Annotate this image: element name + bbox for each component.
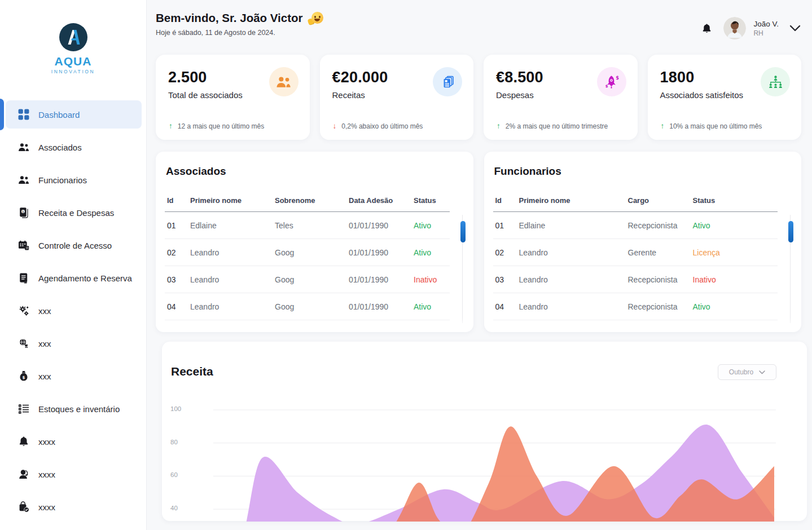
users-icon — [18, 142, 30, 153]
stat-card-total-de-associados: 2.500Total de associados↑12 a mais que n… — [156, 55, 310, 140]
trend-indicator: ↑2% a mais que no último trimestre — [497, 122, 608, 130]
column-header: Status — [693, 196, 778, 205]
sidebar-item-label: xxxx — [38, 437, 55, 447]
cell: Edlaine — [519, 221, 628, 230]
sidebar: AQUA INNOVATION DashboardAssociadosFunci… — [0, 0, 147, 530]
svg-text:$: $ — [22, 210, 24, 213]
sidebar-item-xxxx[interactable]: xxxx — [6, 460, 142, 488]
table-row: 02LeandroGerenteLicença — [493, 239, 778, 266]
sidebar-item-funcionarios[interactable]: Funcionarios — [6, 166, 142, 194]
status-cell: Inativo — [414, 275, 450, 284]
y-axis-tick: 100 — [170, 405, 181, 412]
column-header: Cargo — [628, 196, 693, 205]
cell: 02 — [167, 248, 190, 257]
column-header: Data Adesão — [349, 196, 414, 205]
gears-icon — [18, 305, 30, 316]
user-chip: João V. RH — [701, 17, 801, 39]
current-date: Hoje é sábado, 11 de Agosto de 2024. — [156, 29, 323, 37]
cell: 02 — [495, 248, 519, 257]
user-meta: João V. RH — [753, 20, 779, 37]
cell: 01 — [167, 221, 190, 230]
cell: Recepcionista — [628, 302, 693, 311]
chevron-down-icon[interactable] — [789, 24, 801, 32]
cell: Recepcionista — [628, 221, 693, 230]
period-dropdown[interactable]: Outubro — [718, 364, 776, 380]
sidebar-item-xxxx[interactable]: xxxx — [6, 493, 142, 521]
aqua-logo-icon — [59, 23, 88, 52]
sidebar-item-xxxx[interactable]: xxxx — [6, 427, 142, 456]
sidebar-item-associados[interactable]: Associados — [6, 133, 142, 161]
scrollbar-thumb[interactable] — [460, 221, 466, 242]
cell: Leandro — [190, 248, 275, 257]
chart-body: 100806040 — [162, 394, 807, 522]
notifications-bell-icon[interactable] — [701, 23, 712, 34]
cell: 01/01/1990 — [349, 248, 414, 257]
sidebar-item-xxx[interactable]: xxx — [6, 297, 142, 325]
stat-card-associados-satisfeitos: 1800Associados satisfeitos↑10% a mais qu… — [648, 55, 802, 140]
cell: Goog — [275, 302, 349, 311]
column-header: Status — [414, 196, 450, 205]
cell: Recepcionista — [628, 275, 693, 284]
trend-indicator: ↑10% a mais que no último mês — [661, 122, 762, 130]
cell: 04 — [167, 302, 190, 311]
cell: 01 — [495, 221, 519, 230]
sidebar-item-label: xxx — [38, 339, 51, 348]
stat-card-receitas: €20.000Receitas↓0,2% abaixo do último mê… — [320, 55, 474, 140]
cell: 03 — [495, 275, 519, 284]
waving-emoji: 👋 — [308, 11, 323, 25]
table-row: 04LeandroGoog01/01/1990Ativo — [165, 293, 450, 320]
trend-text: 2% a mais que no último trimestre — [506, 122, 608, 130]
brand-logo: AQUA INNOVATION — [0, 0, 146, 74]
bag-check-icon — [18, 501, 30, 513]
table-associados: IdPrimeiro nomeSobrenomeData AdesãoStatu… — [165, 196, 450, 320]
revenue-chart-panel: Receita Outubro 100806040 — [162, 342, 807, 521]
globe-cart-icon — [18, 338, 30, 349]
sidebar-item-agendamento-e-reserva[interactable]: Agendamento e Reserva — [6, 264, 142, 292]
receipt-money-icon: $ — [18, 207, 30, 218]
arrow-up-icon: ↑ — [497, 122, 501, 130]
scrollbar-thumb[interactable] — [788, 221, 793, 242]
brand-tagline: INNOVATION — [0, 69, 146, 74]
table-row: 01EdlaineRecepcionistaAtivo — [493, 212, 778, 239]
trend-text: 12 a mais que no último mês — [178, 122, 264, 130]
user-avatar[interactable] — [723, 17, 746, 39]
cell: 04 — [495, 302, 519, 311]
table-header-row: IdPrimeiro nomeSobrenomeData AdesãoStatu… — [165, 196, 450, 212]
sidebar-nav: DashboardAssociadosFuncionarios$Receita … — [0, 100, 146, 521]
sidebar-item-estoques-e-inventario[interactable]: Estoques e inventário — [6, 395, 142, 423]
status-cell: Ativo — [693, 221, 778, 230]
sidebar-item-label: Receita e Despesas — [38, 208, 114, 218]
panel-title: Associados — [166, 165, 464, 178]
inventory-list-icon — [18, 403, 30, 414]
page-header: Bem-vindo, Sr. João Victor 👋 Hoje é sába… — [156, 11, 801, 39]
sidebar-item-label: Funcionarios — [38, 175, 87, 185]
table-funcionarios: IdPrimeiro nomeCargoStatus01EdlaineRecep… — [493, 196, 778, 320]
sidebar-item-label: Dashboard — [38, 110, 80, 120]
sidebar-item-dashboard[interactable]: Dashboard — [6, 100, 142, 129]
receipts-icon — [433, 67, 462, 96]
sidebar-item-receita-e-despesas[interactable]: $Receita e Despesas — [6, 198, 142, 227]
sidebar-item-xxx[interactable]: xxx — [6, 329, 142, 357]
status-cell: Ativo — [693, 302, 778, 311]
chart-title: Receita — [171, 365, 213, 378]
access-control-icon — [18, 240, 30, 251]
cell: 03 — [167, 275, 190, 284]
sidebar-item-xxx[interactable]: $xxx — [6, 362, 142, 390]
sidebar-item-label: xxxx — [38, 502, 55, 512]
money-bag-icon: $ — [18, 370, 30, 382]
panel-associados: AssociadosIdPrimeiro nomeSobrenomeData A… — [156, 152, 473, 332]
cell: Goog — [275, 275, 349, 284]
column-header: Primeiro nome — [519, 196, 628, 205]
sidebar-item-controle-de-acesso[interactable]: Controle de Acesso — [6, 231, 142, 259]
users-icon — [18, 174, 30, 186]
users-icon — [269, 67, 299, 96]
table-row: 02LeandroGoog01/01/1990Ativo — [165, 239, 450, 266]
welcome-block: Bem-vindo, Sr. João Victor 👋 Hoje é sába… — [156, 11, 323, 37]
y-axis-tick: 40 — [170, 505, 178, 511]
main-content: Bem-vindo, Sr. João Victor 👋 Hoje é sába… — [147, 11, 812, 521]
status-cell: Ativo — [414, 248, 450, 257]
cell: 01/01/1990 — [349, 275, 414, 284]
user-name: João V. — [753, 20, 779, 28]
cell: Teles — [275, 221, 349, 230]
svg-text:$: $ — [22, 375, 25, 380]
